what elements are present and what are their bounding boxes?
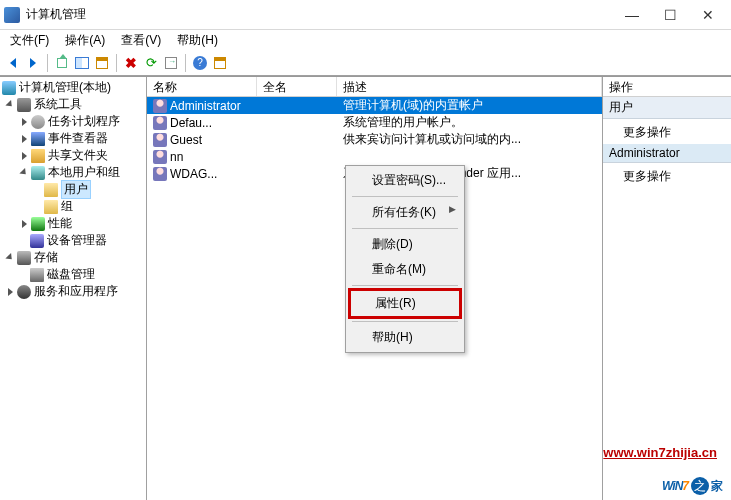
window-controls: — ☐ ✕ xyxy=(613,3,727,27)
watermark-logo: WiN7之家 xyxy=(662,470,723,496)
device-icon xyxy=(30,234,44,248)
col-fullname[interactable]: 全名 xyxy=(257,77,337,96)
cell-desc: 供来宾访问计算机或访问域的内... xyxy=(337,131,602,148)
actions-more-1[interactable]: 更多操作 xyxy=(603,121,731,144)
maximize-button[interactable]: ☐ xyxy=(651,3,689,27)
folder-icon xyxy=(44,183,58,197)
options-button[interactable] xyxy=(93,54,111,72)
delete-icon: ✖ xyxy=(125,55,137,71)
menu-sep xyxy=(352,285,458,286)
toolbar: ✖ ⟳ ? xyxy=(0,50,731,76)
toolbar-sep xyxy=(185,54,186,72)
cell-name: Defau... xyxy=(170,116,212,130)
list-row[interactable]: Guest 供来宾访问计算机或访问域的内... xyxy=(147,131,602,148)
showpane-button[interactable] xyxy=(73,54,91,72)
up-icon xyxy=(57,58,67,68)
tree-localusers[interactable]: 本地用户和组 xyxy=(0,164,146,181)
event-icon xyxy=(31,132,45,146)
tree-diskmgmt[interactable]: 磁盘管理 xyxy=(0,266,146,283)
actions-more-2[interactable]: 更多操作 xyxy=(603,165,731,188)
refresh-icon: ⟳ xyxy=(146,55,157,70)
up-button[interactable] xyxy=(53,54,71,72)
tree-scheduler[interactable]: 任务计划程序 xyxy=(0,113,146,130)
cell-name: nn xyxy=(170,150,183,164)
expand-icon[interactable] xyxy=(18,133,30,145)
tree-devmgr[interactable]: 设备管理器 xyxy=(0,232,146,249)
menu-file[interactable]: 文件(F) xyxy=(4,31,55,50)
actions-section-users[interactable]: 用户 xyxy=(603,97,731,119)
list-header: 名称 全名 描述 xyxy=(147,77,602,97)
tree-eventviewer[interactable]: 事件查看器 xyxy=(0,130,146,147)
menu-action[interactable]: 操作(A) xyxy=(59,31,111,50)
user-icon xyxy=(153,150,167,164)
list-row[interactable]: nn xyxy=(147,148,602,165)
minimize-button[interactable]: — xyxy=(613,3,651,27)
tree-storage[interactable]: 存储 xyxy=(0,249,146,266)
expand-icon[interactable] xyxy=(18,218,30,230)
expand-icon[interactable] xyxy=(4,252,16,264)
titlebar: 计算机管理 — ☐ ✕ xyxy=(0,0,731,30)
col-name[interactable]: 名称 xyxy=(147,77,257,96)
list-row[interactable]: Administrator 管理计算机(域)的内置帐户 xyxy=(147,97,602,114)
app-icon xyxy=(4,7,20,23)
actions-section-admin[interactable]: Administrator xyxy=(603,144,731,163)
toolbar-sep xyxy=(47,54,48,72)
back-button[interactable] xyxy=(4,54,22,72)
help-button[interactable]: ? xyxy=(191,54,209,72)
properties-button[interactable] xyxy=(211,54,229,72)
expand-icon[interactable] xyxy=(4,286,16,298)
disk-icon xyxy=(30,268,44,282)
services-icon xyxy=(17,285,31,299)
forward-button[interactable] xyxy=(24,54,42,72)
menu-alltasks[interactable]: 所有任务(K) xyxy=(348,200,462,225)
content-area: 计算机管理(本地) 系统工具 任务计划程序 事件查看器 共享文件夹 本地用户和组… xyxy=(0,76,731,500)
tools-icon xyxy=(17,98,31,112)
menu-properties[interactable]: 属性(R) xyxy=(351,291,459,316)
tree-groups[interactable]: 组 xyxy=(0,198,146,215)
menu-help[interactable]: 帮助(H) xyxy=(348,325,462,350)
cell-name: Administrator xyxy=(170,99,241,113)
expand-icon[interactable] xyxy=(18,167,30,179)
delete-button[interactable]: ✖ xyxy=(122,54,140,72)
scheduler-icon xyxy=(31,115,45,129)
close-button[interactable]: ✕ xyxy=(689,3,727,27)
menu-help[interactable]: 帮助(H) xyxy=(171,31,224,50)
tree-pane[interactable]: 计算机管理(本地) 系统工具 任务计划程序 事件查看器 共享文件夹 本地用户和组… xyxy=(0,77,147,500)
tree-root[interactable]: 计算机管理(本地) xyxy=(0,79,146,96)
options-icon xyxy=(96,57,108,69)
window-title: 计算机管理 xyxy=(26,6,613,23)
tree-users[interactable]: 用户 xyxy=(0,181,146,198)
list-row[interactable]: Defau... 系统管理的用户帐户。 xyxy=(147,114,602,131)
tree-systools[interactable]: 系统工具 xyxy=(0,96,146,113)
share-icon xyxy=(31,149,45,163)
expand-icon[interactable] xyxy=(18,150,30,162)
user-icon xyxy=(153,133,167,147)
tree-services[interactable]: 服务和应用程序 xyxy=(0,283,146,300)
refresh-button[interactable]: ⟳ xyxy=(142,54,160,72)
help-icon: ? xyxy=(193,56,207,70)
menu-sep xyxy=(352,196,458,197)
tree-performance[interactable]: 性能 xyxy=(0,215,146,232)
toolbar-sep xyxy=(116,54,117,72)
menu-view[interactable]: 查看(V) xyxy=(115,31,167,50)
back-icon xyxy=(10,58,16,68)
menu-delete[interactable]: 删除(D) xyxy=(348,232,462,257)
menu-rename[interactable]: 重命名(M) xyxy=(348,257,462,282)
tree-sharedfolders[interactable]: 共享文件夹 xyxy=(0,147,146,164)
expand-icon[interactable] xyxy=(18,116,30,128)
cell-name: WDAG... xyxy=(170,167,217,181)
list-pane[interactable]: 名称 全名 描述 Administrator 管理计算机(域)的内置帐户 Def… xyxy=(147,77,603,500)
context-menu: 设置密码(S)... 所有任务(K) 删除(D) 重命名(M) 属性(R) 帮助… xyxy=(345,165,465,353)
menu-sep xyxy=(352,321,458,322)
cell-desc: 管理计算机(域)的内置帐户 xyxy=(337,97,602,114)
menu-setpassword[interactable]: 设置密码(S)... xyxy=(348,168,462,193)
watermark-url: www.win7zhijia.cn xyxy=(603,445,717,460)
expand-icon[interactable] xyxy=(4,99,16,111)
computer-icon xyxy=(2,81,16,95)
forward-icon xyxy=(30,58,36,68)
col-desc[interactable]: 描述 xyxy=(337,77,602,96)
cell-desc: 系统管理的用户帐户。 xyxy=(337,114,602,131)
perf-icon xyxy=(31,217,45,231)
user-icon xyxy=(153,116,167,130)
export-button[interactable] xyxy=(162,54,180,72)
